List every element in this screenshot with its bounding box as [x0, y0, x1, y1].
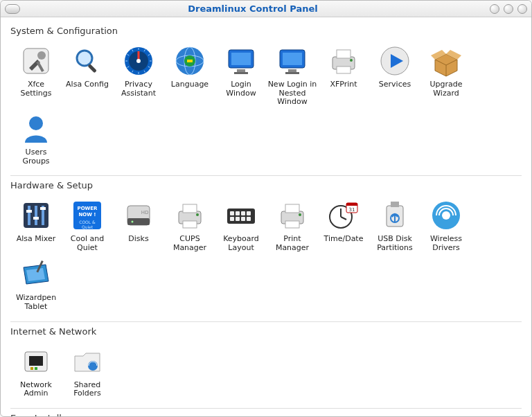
grid-internet: Network AdminShared Folders	[10, 342, 522, 401]
launcher-disks[interactable]: HDDisks	[113, 196, 164, 255]
launcher-label: Wireless Drivers	[421, 235, 471, 252]
svg-rect-65	[241, 211, 245, 215]
svg-point-1	[37, 51, 46, 60]
launcher-label: Disks	[128, 235, 148, 244]
user-icon	[19, 112, 53, 145]
privacy-gauge-icon	[122, 44, 155, 78]
svg-rect-28	[234, 72, 248, 74]
launcher-time-date[interactable]: 31Time/Date	[318, 196, 369, 255]
launcher-shared-folders[interactable]: Shared Folders	[62, 342, 113, 401]
launcher-language[interactable]: Language	[164, 42, 215, 109]
svg-point-72	[299, 213, 301, 216]
printer-icon	[276, 199, 309, 232]
svg-rect-85	[30, 367, 33, 370]
launcher-network-admin[interactable]: Network Admin	[10, 342, 62, 401]
svg-point-59	[196, 213, 199, 216]
launcher-label: Login Window	[216, 80, 266, 98]
launcher-xfce-settings[interactable]: Xfce Settings	[10, 42, 62, 109]
svg-rect-32	[285, 72, 299, 74]
launcher-wizardpen-tablet[interactable]: Wizardpen Tablet	[10, 255, 62, 314]
window-menu-icon[interactable]	[5, 4, 20, 14]
monitor-blue-icon	[224, 44, 258, 78]
window: Dreamlinux Control Panel System & Config…	[0, 0, 532, 417]
svg-rect-64	[236, 217, 240, 221]
svg-rect-42	[35, 206, 37, 225]
section-title-easy: Easy Install	[10, 409, 522, 416]
section-title-internet: Internet & Network	[10, 322, 522, 342]
svg-point-39	[29, 116, 43, 130]
usb-drive-icon	[378, 199, 411, 232]
launcher-new-login-in-nested-window[interactable]: New Login in Nested Window	[267, 42, 318, 109]
launcher-alsa-mixer[interactable]: Alsa Mixer	[10, 196, 62, 255]
svg-text:NOW !: NOW !	[78, 212, 96, 218]
launcher-label: Language	[171, 80, 209, 89]
launcher-usb-disk-partitions[interactable]: USB Disk Partitions	[369, 196, 420, 255]
launcher-label: Cool and Quiet	[62, 235, 112, 252]
launcher-privacy-assistant[interactable]: Privacy Assistant	[113, 42, 164, 109]
svg-rect-41	[28, 206, 30, 225]
monitor-blue-icon	[276, 44, 309, 78]
svg-rect-4	[87, 64, 96, 73]
launcher-print-manager[interactable]: Print Manager	[267, 196, 318, 255]
svg-point-7	[136, 59, 141, 63]
svg-rect-84	[29, 356, 43, 366]
launcher-label: Time/Date	[324, 235, 364, 244]
svg-rect-66	[241, 217, 245, 221]
minimize-button[interactable]	[490, 4, 499, 14]
titlebar: Dreamlinux Control Panel	[1, 1, 531, 17]
settings-tools-icon	[19, 44, 53, 78]
tablet-icon	[19, 258, 53, 291]
launcher-label: Services	[379, 80, 411, 89]
svg-rect-68	[247, 217, 251, 221]
svg-rect-31	[288, 69, 296, 72]
launcher-label: Shared Folders	[62, 381, 112, 398]
powernow-icon: POWERNOW !COOL &Quiet	[71, 199, 104, 232]
launcher-login-window[interactable]: Login Window	[215, 42, 267, 109]
launcher-keyboard-layout[interactable]: Keyboard Layout	[215, 196, 267, 255]
magnifier-icon	[71, 44, 104, 78]
svg-rect-58	[183, 221, 197, 228]
launcher-label: Users Groups	[11, 148, 61, 166]
svg-rect-86	[35, 367, 37, 370]
svg-text:COOL &: COOL &	[79, 220, 96, 224]
launcher-label: Wizardpen Tablet	[11, 294, 61, 311]
launcher-label: Keyboard Layout	[216, 235, 266, 252]
mixer-icon	[19, 199, 53, 232]
hdd-icon: HD	[122, 199, 155, 232]
wireless-icon	[429, 199, 463, 232]
grid-system: Xfce SettingsAlsa ConfigPrivacy Assistan…	[10, 42, 522, 168]
close-button[interactable]	[517, 4, 527, 14]
section-title-system: System & Configuration	[10, 21, 522, 42]
svg-rect-61	[230, 211, 234, 215]
launcher-users-groups[interactable]: Users Groups	[10, 109, 62, 168]
svg-point-87	[88, 361, 98, 371]
globe-flags-icon	[173, 44, 206, 78]
svg-rect-75	[346, 203, 357, 206]
svg-text:31: 31	[349, 207, 355, 213]
clock-calendar-icon: 31	[327, 199, 360, 232]
window-title: Dreamlinux Control Panel	[20, 3, 486, 14]
svg-rect-57	[183, 204, 197, 213]
box-open-icon	[429, 44, 463, 78]
launcher-alsa-config[interactable]: Alsa Config	[62, 42, 113, 109]
svg-rect-71	[285, 221, 299, 228]
svg-text:HD: HD	[141, 210, 149, 215]
grid-hardware: Alsa MixerPOWERNOW !COOL &QuietCool and …	[10, 196, 522, 314]
launcher-xfprint[interactable]: XFPrint	[318, 42, 369, 109]
launcher-label: USB Disk Partitions	[370, 235, 420, 252]
launcher-cups-manager[interactable]: CUPS Manager	[164, 196, 215, 255]
svg-rect-30	[283, 53, 302, 65]
svg-text:POWER: POWER	[78, 206, 98, 211]
launcher-wireless-drivers[interactable]: Wireless Drivers	[420, 196, 472, 255]
svg-rect-70	[285, 204, 299, 213]
launcher-upgrade-wizard[interactable]: Upgrade Wizard	[420, 42, 472, 109]
maximize-button[interactable]	[504, 4, 513, 14]
nic-icon	[19, 345, 53, 378]
launcher-services[interactable]: Services	[369, 42, 420, 109]
svg-rect-60	[227, 208, 255, 224]
svg-point-81	[442, 211, 450, 220]
launcher-cool-and-quiet[interactable]: POWERNOW !COOL &QuietCool and Quiet	[62, 196, 113, 255]
svg-rect-27	[237, 69, 245, 72]
svg-rect-67	[247, 211, 251, 215]
launcher-label: Xfce Settings	[11, 80, 61, 98]
